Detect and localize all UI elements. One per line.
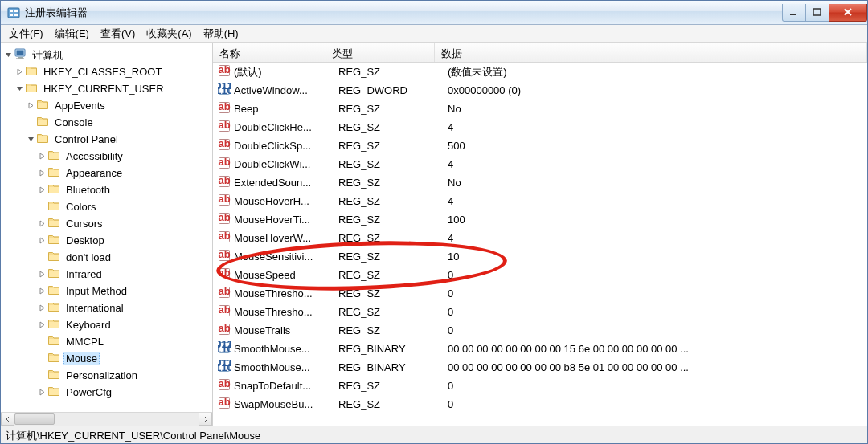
folder-icon [47,199,60,212]
computer-icon [14,47,27,60]
string-value-icon [218,378,231,391]
value-type: REG_SZ [338,195,448,207]
tree-appevents[interactable]: AppEvents [2,97,212,114]
expand-icon[interactable] [36,235,47,246]
expander-placeholder [36,370,47,381]
value-row[interactable]: SnapToDefault...REG_SZ0 [213,377,867,395]
tree-item-appearance[interactable]: Appearance [2,165,212,181]
tree-item-colors[interactable]: Colors [2,198,212,215]
tree-item-infrared[interactable]: Infrared [2,266,212,283]
value-name: MouseHoverTi... [234,214,338,226]
string-value-icon [218,286,231,299]
minimize-button[interactable] [782,4,806,22]
tree-item-powercfg[interactable]: PowerCfg [2,384,212,401]
column-type[interactable]: 类型 [326,43,435,62]
string-value-icon [218,267,231,280]
value-data: 0 [448,380,867,392]
scroll-left-button[interactable] [1,413,14,426]
tree-item-input-method[interactable]: Input Method [2,283,212,299]
menu-favorites[interactable]: 收藏夹(A) [141,25,196,43]
value-row[interactable]: MouseTrailsREG_SZ0 [213,321,867,340]
tree-item-mmcpl[interactable]: MMCPL [2,333,212,350]
collapse-icon[interactable] [14,84,25,95]
menu-help[interactable]: 帮助(H) [199,25,244,43]
tree-item-desktop[interactable]: Desktop [2,232,212,249]
value-row[interactable]: BeepREG_SZNo [213,100,867,118]
value-name: MouseThresho... [234,306,338,318]
value-data: 4 [448,158,867,170]
value-row[interactable]: ExtendedSoun...REG_SZNo [213,173,867,192]
expand-icon[interactable] [36,151,47,162]
tree-root-computer[interactable]: 计算机 [2,47,212,63]
registry-tree[interactable]: 计算机HKEY_CLASSES_ROOTHKEY_CURRENT_USERApp… [1,43,212,411]
tree-item-keyboard[interactable]: Keyboard [2,316,212,333]
tree-hkcu[interactable]: HKEY_CURRENT_USER [2,80,212,97]
value-type: REG_SZ [338,121,448,133]
collapse-icon[interactable] [25,134,36,145]
expand-icon[interactable] [36,387,47,398]
value-data: 00 00 00 00 00 00 00 00 15 6e 00 00 00 0… [448,343,867,355]
value-name: MouseHoverH... [234,195,338,207]
expand-icon[interactable] [36,286,47,297]
tree-console[interactable]: Console [2,114,212,131]
tree-hkcr[interactable]: HKEY_CLASSES_ROOT [2,63,212,80]
tree-item-cursors[interactable]: Cursors [2,215,212,232]
value-row[interactable]: SmoothMouse...REG_BINARY00 00 00 00 00 0… [213,358,867,377]
tree-item-accessibility[interactable]: Accessibility [2,148,212,165]
folder-icon [47,317,60,330]
expand-icon[interactable] [36,185,47,196]
tree-item-personalization[interactable]: Personalization [2,367,212,384]
value-row[interactable]: MouseHoverTi...REG_SZ100 [213,210,867,229]
value-row[interactable]: (默认)REG_SZ(数值未设置) [213,63,867,81]
value-row[interactable]: SmoothMouse...REG_BINARY00 00 00 00 00 0… [213,340,867,358]
value-row[interactable]: DoubleClickWi...REG_SZ4 [213,155,867,173]
expand-icon[interactable] [36,269,47,280]
value-type: REG_SZ [338,380,448,392]
scroll-track[interactable] [14,413,199,426]
value-name: MouseSensitivi... [234,251,338,263]
menu-file[interactable]: 文件(F) [4,25,48,43]
value-name: ExtendedSoun... [234,177,338,189]
folder-icon [47,267,60,279]
value-row[interactable]: MouseHoverH...REG_SZ4 [213,192,867,210]
tree-item-mouse[interactable]: Mouse [2,350,212,367]
expand-icon[interactable] [36,303,47,314]
tree-item-don-t-load[interactable]: don't load [2,249,212,266]
value-row[interactable]: MouseThresho...REG_SZ0 [213,284,867,303]
expander-placeholder [36,202,47,213]
value-type: REG_SZ [338,287,448,299]
value-name: DoubleClickSp... [234,140,338,152]
scroll-right-button[interactable] [199,413,212,426]
menu-edit[interactable]: 编辑(E) [50,25,94,43]
value-row[interactable]: DoubleClickHe...REG_SZ4 [213,118,867,136]
tree-label: Input Method [63,284,129,298]
titlebar[interactable]: 注册表编辑器 [1,1,867,25]
registry-editor-window: 注册表编辑器 文件(F) 编辑(E) 查看(V) 收藏夹(A) 帮助(H) 计算… [0,0,868,444]
statusbar: 计算机\HKEY_CURRENT_USER\Control Panel\Mous… [1,426,867,443]
menu-view[interactable]: 查看(V) [96,25,140,43]
expand-icon[interactable] [14,67,25,78]
collapse-icon[interactable] [2,50,14,61]
tree-item-bluetooth[interactable]: Bluetooth [2,181,212,198]
value-row[interactable]: MouseSensitivi...REG_SZ10 [213,247,867,266]
scroll-thumb[interactable] [14,413,55,425]
tree-hscrollbar[interactable] [1,412,212,426]
value-row[interactable]: MouseThresho...REG_SZ0 [213,303,867,321]
value-row[interactable]: SwapMouseBu...REG_SZ0 [213,395,867,413]
tree-control-panel[interactable]: Control Panel [2,131,212,148]
value-row[interactable]: ActiveWindow...REG_DWORD0x00000000 (0) [213,81,867,100]
expand-icon[interactable] [25,100,36,112]
close-button[interactable] [829,4,867,22]
value-row[interactable]: MouseHoverW...REG_SZ4 [213,229,867,247]
value-row[interactable]: MouseSpeedREG_SZ0 [213,266,867,284]
tree-item-international[interactable]: International [2,299,212,316]
column-data[interactable]: 数据 [435,43,867,62]
value-data: 100 [448,214,867,226]
expand-icon[interactable] [36,320,47,331]
values-list[interactable]: (默认)REG_SZ(数值未设置)ActiveWindow...REG_DWOR… [213,63,867,426]
value-row[interactable]: DoubleClickSp...REG_SZ500 [213,136,867,155]
maximize-button[interactable] [805,4,829,22]
expand-icon[interactable] [36,218,47,230]
column-name[interactable]: 名称 [213,43,326,62]
expand-icon[interactable] [36,168,47,179]
